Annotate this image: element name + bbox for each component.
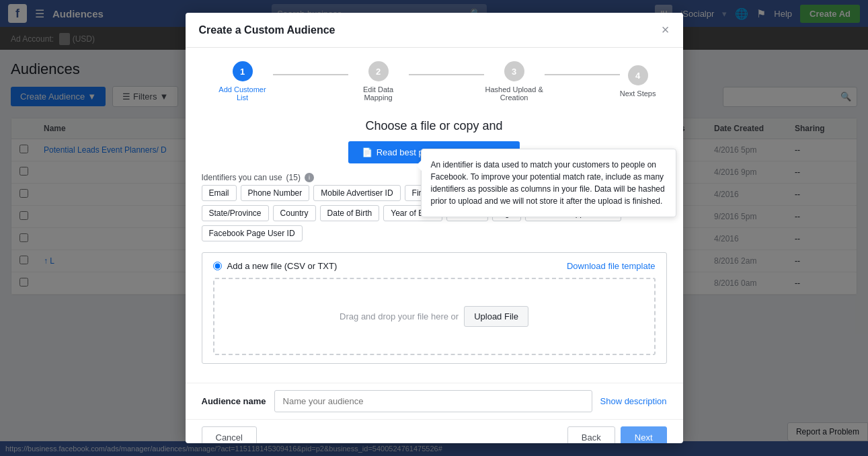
step-1-label: Add Customer List <box>212 85 273 102</box>
next-button[interactable]: Next <box>621 426 667 443</box>
show-description-link[interactable]: Show description <box>600 396 667 406</box>
step-3-circle: 3 <box>504 61 524 81</box>
tag-fb-page-user: Facebook Page User ID <box>202 225 303 241</box>
modal-header: Create a Custom Audience × <box>186 13 683 48</box>
file-radio-label: Add a new file (CSV or TXT) <box>227 261 338 271</box>
info-icon[interactable]: i <box>305 173 314 182</box>
audience-name-label: Audience name <box>202 396 266 406</box>
identifiers-count: (15) <box>286 173 301 182</box>
step-4-circle: 4 <box>628 65 648 85</box>
back-button[interactable]: Back <box>567 426 615 443</box>
upload-file-button[interactable]: Upload File <box>464 306 528 327</box>
best-practices-icon: 📄 <box>362 147 372 157</box>
tag-email: Email <box>202 185 237 201</box>
drop-zone: Drag and drop your file here or Upload F… <box>213 278 656 355</box>
stepper: 1 Add Customer List 2 Edit Data Mapping … <box>186 48 683 108</box>
step-1-circle: 1 <box>233 61 253 81</box>
file-section: Add a new file (CSV or TXT) Download fil… <box>202 252 667 364</box>
choose-file-title: Choose a file or copy and <box>202 119 667 133</box>
audience-name-section: Audience name Show description <box>186 383 683 419</box>
audience-name-input[interactable] <box>274 390 592 412</box>
modal-overlay: Create a Custom Audience × 1 Add Custome… <box>0 0 868 455</box>
step-1: 1 Add Customer List <box>212 61 273 102</box>
file-radio[interactable] <box>213 262 222 270</box>
modal-footer: Cancel Back Next <box>186 419 683 443</box>
step-line-3 <box>545 74 620 75</box>
modal-body: Choose a file or copy and 📄 Read best pr… <box>186 108 683 383</box>
tooltip-text: An identifier is data used to match your… <box>431 160 665 206</box>
step-2: 2 Edit Data Mapping <box>348 61 409 102</box>
cancel-button[interactable]: Cancel <box>202 426 257 443</box>
tag-phone: Phone Number <box>241 185 310 201</box>
identifiers-label: Identifiers you can use <box>202 173 282 182</box>
tooltip-arrow <box>416 160 422 171</box>
step-3-label: Hashed Upload & Creation <box>484 85 545 102</box>
step-line-2 <box>409 74 484 75</box>
download-template-link[interactable]: Download file template <box>567 261 656 271</box>
modal-close-button[interactable]: × <box>662 22 670 38</box>
tooltip-box: An identifier is data used to match your… <box>421 149 676 217</box>
step-4: 4 Next Steps <box>620 65 656 98</box>
tag-dob: Date of Birth <box>320 205 380 221</box>
step-line-1 <box>273 74 348 75</box>
modal-title: Create a Custom Audience <box>199 24 336 36</box>
step-2-circle: 2 <box>368 61 389 81</box>
step-4-label: Next Steps <box>620 89 656 98</box>
step-3: 3 Hashed Upload & Creation <box>484 61 545 102</box>
tag-country: Country <box>273 205 316 221</box>
step-2-label: Edit Data Mapping <box>348 85 409 102</box>
modal: Create a Custom Audience × 1 Add Custome… <box>186 13 683 443</box>
tag-state: State/Province <box>202 205 269 221</box>
drop-text: Drag and drop your file here or <box>340 311 459 321</box>
footer-right: Back Next <box>567 426 667 443</box>
radio-row: Add a new file (CSV or TXT) Download fil… <box>213 261 656 271</box>
tag-mobile-advertiser: Mobile Advertiser ID <box>313 185 400 201</box>
